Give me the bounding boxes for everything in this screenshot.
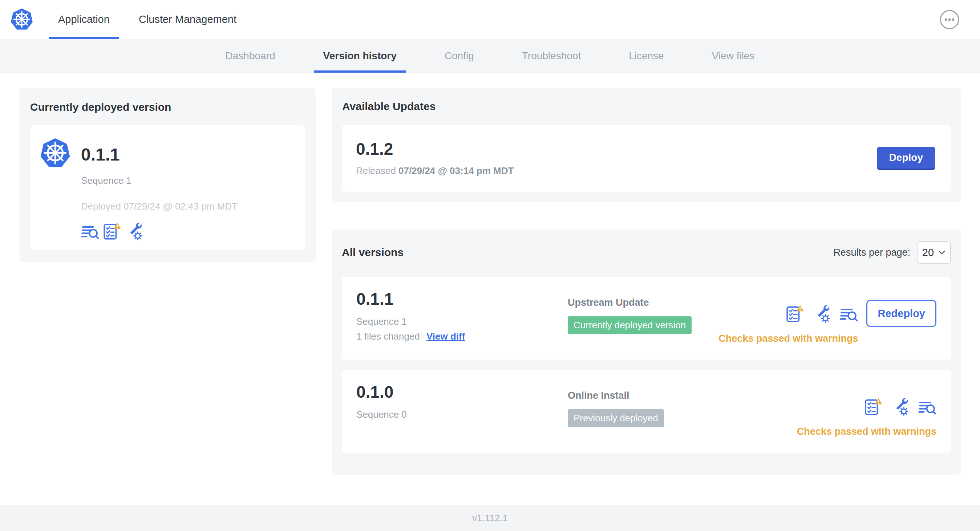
tab-dashboard[interactable]: Dashboard <box>216 39 285 73</box>
console-version-text: v1.112.1 <box>472 512 508 524</box>
version-source-label: Upstream Update <box>568 297 719 308</box>
version-row-0-1-1: 0.1.1 Sequence 1 1 files changed View di… <box>342 277 951 359</box>
released-date: 07/29/24 @ 03:14 pm MDT <box>398 165 514 176</box>
update-released-timestamp: Released 07/29/24 @ 03:14 pm MDT <box>356 165 514 176</box>
current-version-number: 0.1.1 <box>81 146 237 164</box>
version-info: 0.1.0 Sequence 0 <box>356 383 568 420</box>
checks-status-text[interactable]: Checks passed with warnings <box>797 426 936 437</box>
preflight-checks-warning-icon[interactable] <box>103 222 121 240</box>
files-changed-line: 1 files changed View diff <box>356 331 568 342</box>
files-changed-count: 1 files changed <box>356 331 420 342</box>
version-source: Upstream Update Currently deployed versi… <box>568 291 719 334</box>
version-sequence: Sequence 1 <box>356 316 568 327</box>
tab-config[interactable]: Config <box>436 39 483 73</box>
icons-and-status: Checks passed with warnings <box>797 393 936 437</box>
redeploy-button[interactable]: Redeploy <box>866 300 936 327</box>
available-update-row: 0.1.2 Released 07/29/24 @ 03:14 pm MDT D… <box>342 125 951 192</box>
tab-version-history[interactable]: Version history <box>314 39 406 73</box>
deploy-logs-icon[interactable] <box>840 305 858 323</box>
version-number: 0.1.1 <box>356 291 568 307</box>
version-number: 0.1.0 <box>356 383 568 400</box>
config-values-icon[interactable] <box>891 398 910 416</box>
available-updates-card: Available Updates 0.1.2 Released 07/29/2… <box>332 88 961 202</box>
app-level-tabs: Application Cluster Management <box>49 0 246 39</box>
app-logo <box>10 0 33 39</box>
admin-console-page: Application Cluster Management Dashboard… <box>0 0 980 531</box>
left-column: Currently deployed version 0.1.1 Sequenc… <box>19 88 316 505</box>
status-badge: Currently deployed version <box>568 316 692 334</box>
ellipsis-menu-icon[interactable] <box>939 10 960 30</box>
currently-deployed-card: Currently deployed version 0.1.1 Sequenc… <box>19 88 316 262</box>
main-content: Currently deployed version 0.1.1 Sequenc… <box>0 73 980 505</box>
version-action-icons <box>864 398 936 416</box>
all-versions-title: All versions <box>342 246 404 259</box>
current-version-icons <box>81 222 237 240</box>
released-prefix: Released <box>356 165 396 176</box>
results-per-page-select[interactable]: 20 <box>917 241 951 264</box>
version-source: Online Install Previously deployed <box>568 383 797 427</box>
status-badge: Previously deployed <box>568 409 664 427</box>
kubernetes-app-icon <box>40 132 71 240</box>
all-versions-card: All versions Results per page: 20 <box>332 229 961 475</box>
deploy-logs-icon[interactable] <box>81 222 99 240</box>
icons-and-status: Checks passed with warnings <box>719 300 858 344</box>
top-navbar: Application Cluster Management <box>0 0 980 39</box>
results-per-page-label: Results per page: <box>833 247 910 258</box>
console-footer: v1.112.1 <box>0 505 980 531</box>
tab-troubleshoot[interactable]: Troubleshoot <box>513 39 590 73</box>
deploy-logs-icon[interactable] <box>918 398 936 416</box>
preflight-checks-warning-icon[interactable] <box>864 398 883 416</box>
current-version-details: 0.1.1 Sequence 1 Deployed 07/29/24 @ 02:… <box>81 132 237 240</box>
config-values-icon[interactable] <box>813 305 831 323</box>
kubernetes-logo-icon <box>10 8 33 32</box>
version-sequence: Sequence 0 <box>356 409 568 420</box>
config-values-icon[interactable] <box>125 222 143 240</box>
version-actions: Checks passed with warnings Redeploy <box>719 291 936 344</box>
update-details: 0.1.2 Released 07/29/24 @ 03:14 pm MDT <box>356 141 514 176</box>
version-row-0-1-0: 0.1.0 Sequence 0 Online Install Previous… <box>342 370 951 453</box>
deploy-button[interactable]: Deploy <box>877 147 935 170</box>
preflight-checks-warning-icon[interactable] <box>786 305 804 323</box>
tab-license[interactable]: License <box>620 39 673 73</box>
app-subnav: Dashboard Version history Config Trouble… <box>0 39 980 73</box>
view-diff-link[interactable]: View diff <box>426 331 465 342</box>
current-version-deployed-timestamp: Deployed 07/29/24 @ 02:43 pm MDT <box>81 201 237 212</box>
current-version-sequence: Sequence 1 <box>81 175 237 186</box>
version-source-label: Online Install <box>568 390 797 401</box>
update-version-number: 0.1.2 <box>356 141 514 157</box>
tab-view-files[interactable]: View files <box>703 39 764 73</box>
available-updates-title: Available Updates <box>342 100 951 113</box>
version-actions: Checks passed with warnings <box>797 383 936 437</box>
chevron-down-icon <box>938 250 945 255</box>
navbar-right <box>939 0 980 39</box>
all-versions-header: All versions Results per page: 20 <box>342 241 951 264</box>
results-per-page-value: 20 <box>922 246 934 259</box>
tab-cluster-management[interactable]: Cluster Management <box>129 0 246 39</box>
tab-application[interactable]: Application <box>49 0 119 39</box>
currently-deployed-title: Currently deployed version <box>30 101 305 113</box>
right-column: Available Updates 0.1.2 Released 07/29/2… <box>332 88 961 505</box>
checks-status-text[interactable]: Checks passed with warnings <box>719 333 858 344</box>
version-info: 0.1.1 Sequence 1 1 files changed View di… <box>356 291 568 342</box>
results-per-page: Results per page: 20 <box>833 241 951 264</box>
currently-deployed-version-panel: 0.1.1 Sequence 1 Deployed 07/29/24 @ 02:… <box>30 125 305 250</box>
version-action-icons <box>786 305 858 323</box>
